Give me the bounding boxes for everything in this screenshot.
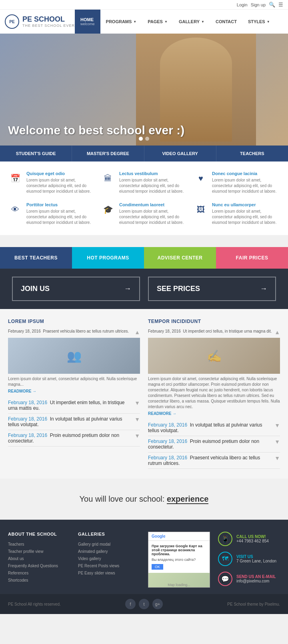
footer-about: ABOUT THE SCHOOL Teachers Teacher profil… bbox=[8, 532, 70, 588]
footer-map-col: Google При загрузке Google Карт на этой … bbox=[148, 532, 210, 588]
feature-3-content: Donec congue lacinia Lorem ipsum dolor s… bbox=[212, 171, 280, 194]
see-prices-box[interactable]: SEE PRICES → bbox=[148, 277, 276, 301]
blog-accordion-1-2: February 18, 2016 In volutpat tellus at … bbox=[8, 414, 140, 430]
email-value: info@pixelmu.com bbox=[236, 579, 276, 583]
blog-col-1: LOREM IPSUM February 18, 2016 Praesent v… bbox=[8, 319, 140, 469]
footer-link-faq[interactable]: Frequently Asked Questions bbox=[8, 564, 70, 568]
toggle-icon-6[interactable]: ▼ bbox=[274, 455, 280, 461]
blog-date-1: February 18, 2016 Praesent vehicula libe… bbox=[8, 329, 134, 333]
hero-dot-2[interactable] bbox=[145, 137, 149, 141]
googleplus-icon[interactable]: g+ bbox=[152, 599, 163, 609]
logo: PE PE SCHOOL THE BEST SCHOOL EVER bbox=[5, 14, 75, 29]
blog-accordion-1-1: February 18, 2016 Ut imperdiet enim tell… bbox=[8, 397, 140, 414]
cta-fair-prices[interactable]: FAIR PRICES bbox=[216, 247, 288, 269]
join-us-label: JOIN US bbox=[21, 285, 50, 293]
toggle-icon-1[interactable]: ▼ bbox=[134, 400, 140, 406]
blog-desc-2: Lorem ipsum dolor sit amet, consectetur … bbox=[148, 376, 280, 410]
love-section: You will love our school: experience bbox=[0, 479, 288, 520]
cta-best-teachers[interactable]: BEST TEACHERS bbox=[0, 247, 72, 269]
main-nav: HOMEwelcome PROGRAMS ▼ students area PAG… bbox=[75, 10, 276, 34]
toggle-icon-2[interactable]: ▼ bbox=[134, 416, 140, 423]
nav-home[interactable]: HOMEwelcome bbox=[75, 10, 100, 34]
header: PE PE SCHOOL THE BEST SCHOOL EVER HOMEwe… bbox=[0, 10, 288, 34]
footer-link-easy-slider[interactable]: PE Easy slider views bbox=[78, 571, 140, 575]
readmore-1[interactable]: READMORE → bbox=[8, 389, 140, 393]
logo-shield: PE bbox=[5, 14, 19, 29]
blog-date-2: February 18, 2016 Ut imperdiet orci tell… bbox=[148, 329, 274, 333]
blog-col1-heading: LOREM IPSUM bbox=[8, 319, 140, 324]
love-emphasis: experience bbox=[167, 494, 209, 504]
email-icon: 💬 bbox=[218, 572, 232, 586]
nav-programs[interactable]: PROGRAMS ▼ students area bbox=[100, 10, 142, 34]
twitter-icon[interactable]: t bbox=[139, 599, 149, 609]
nav-styles[interactable]: STYLES ▼ bbox=[242, 10, 276, 34]
feature-1-desc: Lorem ipsum dolor sit amet, consectetur … bbox=[26, 177, 94, 194]
join-us-arrow: → bbox=[124, 285, 131, 293]
calendar-icon: 📅 bbox=[8, 171, 22, 185]
features-grid: 📅 Quisque eget odio Lorem ipsum dolor si… bbox=[0, 161, 288, 235]
footer-link-animated[interactable]: Animated gallery bbox=[78, 549, 140, 554]
hero-dots bbox=[139, 137, 149, 141]
building-icon: 🏛 bbox=[101, 171, 115, 185]
tab-teachers[interactable]: TEACHERS bbox=[216, 146, 288, 161]
footer-about-heading: ABOUT THE SCHOOL bbox=[8, 532, 70, 536]
nav-gallery[interactable]: GALLERY ▼ bbox=[173, 10, 210, 34]
feature-5-desc: Lorem ipsum dolor sit amet, consectetur … bbox=[119, 209, 187, 225]
footer-link-shortcodes[interactable]: Shortcodes bbox=[8, 578, 70, 582]
hero-dot-1[interactable] bbox=[139, 137, 143, 141]
tab-students-guide[interactable]: STUDENT'S GUIDE bbox=[0, 146, 72, 161]
feature-6-content: Nunc eu ullamcorper Lorem ipsum dolor si… bbox=[212, 202, 280, 225]
cta-hot-programs[interactable]: HOT PROGRAMS bbox=[72, 247, 144, 269]
feature-5-title: Condimentum laoreet bbox=[119, 202, 187, 207]
footer-link-about[interactable]: About us bbox=[8, 556, 70, 561]
logo-text: PE SCHOOL THE BEST SCHOOL EVER bbox=[22, 16, 75, 28]
footer-link-recent-posts[interactable]: PE Recent Posts views bbox=[78, 564, 140, 568]
nav-pages[interactable]: PAGES ▼ bbox=[142, 10, 173, 34]
expand-icon-2[interactable]: ▲ bbox=[274, 329, 280, 335]
see-prices-arrow: → bbox=[260, 285, 267, 293]
join-us-box[interactable]: JOIN US → bbox=[12, 277, 140, 301]
footer-link-teachers[interactable]: Teachers bbox=[8, 542, 70, 546]
toggle-icon-4[interactable]: ▼ bbox=[274, 422, 280, 429]
search-icon[interactable]: 🔍 bbox=[269, 2, 275, 8]
hero-title: Welcome to best school ever :) bbox=[8, 123, 184, 138]
map-icon: 🗺 bbox=[218, 552, 232, 566]
footer-bottom: PE School All rights reserved. f t g+ PE… bbox=[0, 594, 288, 614]
footer-link-teacher-profile[interactable]: Teacher profile view bbox=[8, 549, 70, 554]
toggle-icon-5[interactable]: ▼ bbox=[274, 439, 280, 445]
feature-1-content: Quisque eget odio Lorem ipsum dolor sit … bbox=[26, 171, 94, 194]
nav-contact[interactable]: CONTACT bbox=[210, 10, 242, 34]
footer-link-video-gallery[interactable]: Video gallery bbox=[78, 556, 140, 561]
feature-6-title: Nunc eu ullamcorper bbox=[212, 202, 280, 207]
footer-link-references[interactable]: References bbox=[8, 571, 70, 575]
signup-link[interactable]: Sign up bbox=[251, 2, 266, 7]
image-icon: 🖼 bbox=[194, 202, 208, 217]
tab-video-gallery[interactable]: VIDEO GALLERY bbox=[144, 146, 216, 161]
map-ok-button[interactable]: OK bbox=[152, 564, 163, 570]
toggle-icon-3[interactable]: ▼ bbox=[134, 433, 140, 439]
cta-adviser-center[interactable]: ADVISER CENTER bbox=[144, 247, 216, 269]
feature-6-desc: Lorem ipsum dolor sit amet, consectetur … bbox=[212, 209, 280, 225]
hero-section: Welcome to best school ever :) bbox=[0, 34, 288, 146]
menu-icon[interactable]: ☰ bbox=[278, 2, 283, 8]
separator-1 bbox=[0, 235, 288, 247]
feature-4: 👁 Porttitor lectus Lorem ipsum dolor sit… bbox=[8, 202, 94, 225]
tab-masters-degree[interactable]: MASTER'S DEGREE bbox=[72, 146, 144, 161]
footer-galleries-heading: GALLERIES bbox=[78, 532, 140, 536]
login-link[interactable]: Login bbox=[237, 2, 248, 7]
blog-image-2: ✍ bbox=[148, 338, 280, 374]
readmore-2[interactable]: READMORE → bbox=[148, 411, 280, 416]
footer-theme-credit: PE School theme by Pixelmu. bbox=[227, 602, 280, 606]
feature-4-content: Porttitor lectus Lorem ipsum dolor sit a… bbox=[26, 202, 94, 225]
call-value: +44 7983 462 854 bbox=[236, 539, 269, 543]
expand-icon-1[interactable]: ▲ bbox=[134, 329, 140, 335]
facebook-icon[interactable]: f bbox=[125, 599, 136, 609]
footer-link-grid-modal[interactable]: Gallery grid modal bbox=[78, 542, 140, 546]
footer: ABOUT THE SCHOOL Teachers Teacher profil… bbox=[0, 520, 288, 594]
top-bar: Login Sign up 🔍 ☰ bbox=[0, 0, 288, 10]
eye-icon: 👁 bbox=[8, 202, 22, 217]
visit-value: 7 Green Lane, London bbox=[236, 559, 276, 563]
graduation-icon: 🎓 bbox=[101, 202, 115, 217]
blog-accordion-2-1: February 18, 2016 In volutpat tellus at … bbox=[148, 420, 280, 436]
site-tagline: THE BEST SCHOOL EVER bbox=[22, 24, 75, 28]
